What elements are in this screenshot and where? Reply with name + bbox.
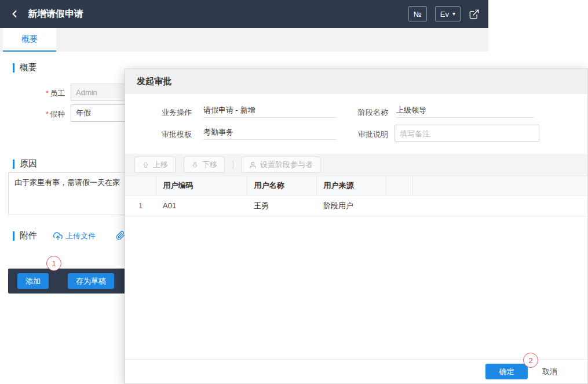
business-op-label: 业务操作 <box>162 107 192 118</box>
back-icon <box>9 8 20 20</box>
upload-file-label: 上传文件 <box>65 231 96 241</box>
annotation-step-2: 2 <box>523 353 538 368</box>
add-button[interactable]: 添加 <box>17 273 49 289</box>
template-label: 审批模板 <box>162 129 192 140</box>
tab-bar: 概要 <box>0 28 488 52</box>
arrow-up-icon <box>142 161 149 169</box>
cell-user-name: 王勇 <box>247 195 316 216</box>
external-link-icon <box>469 9 480 20</box>
initiate-approval-modal: 发起审批 业务操作 请假申请 - 新增 阶段名称 上级领导 审批模板 考勤事务 … <box>125 68 588 384</box>
person-icon <box>249 161 257 169</box>
cancel-button[interactable]: 取消 <box>542 367 557 377</box>
cell-blank <box>412 195 587 216</box>
row-index: 1 <box>125 195 156 216</box>
section-title-reason: 原因 <box>13 158 37 169</box>
top-header: 新增请假申请 № Ev ▾ <box>0 0 488 28</box>
required-marker: * <box>46 110 49 118</box>
tab-summary[interactable]: 概要 <box>3 28 56 52</box>
set-participants-label: 设置阶段参与者 <box>260 160 313 170</box>
col-header-index <box>125 176 156 195</box>
note-input[interactable] <box>395 125 539 142</box>
template-value[interactable]: 考勤事务 <box>203 125 337 140</box>
modal-toolbar: 上移 下移 设置阶段参与者 <box>125 154 587 176</box>
save-draft-button[interactable]: 存为草稿 <box>68 273 114 289</box>
note-label: 审批说明 <box>358 129 388 140</box>
ev-dropdown[interactable]: Ev ▾ <box>435 6 461 21</box>
cell-blank <box>386 195 412 216</box>
table-header-row: 用户编码 用户名称 用户来源 <box>125 176 587 195</box>
set-participants-button[interactable]: 设置阶段参与者 <box>242 157 320 173</box>
move-down-label: 下移 <box>202 160 217 170</box>
upload-file-link[interactable]: 上传文件 <box>53 231 96 241</box>
ev-dropdown-label: Ev <box>440 10 449 19</box>
page-title: 新增请假申请 <box>28 8 83 20</box>
move-up-button[interactable]: 上移 <box>134 157 176 173</box>
table-row[interactable]: 1 A01 王勇 阶段用户 <box>125 195 587 216</box>
required-marker: * <box>46 89 49 97</box>
numero-button[interactable]: № <box>408 6 427 21</box>
annotation-step-1: 1 <box>46 256 61 271</box>
stage-name-label: 阶段名称 <box>358 107 388 118</box>
modal-footer: 确定 取消 <box>125 359 587 383</box>
chevron-down-icon: ▾ <box>452 11 455 17</box>
leave-type-label: *假种 <box>0 109 65 119</box>
employee-label-text: 员工 <box>50 89 65 97</box>
cell-user-code: A01 <box>156 195 247 216</box>
upload-cloud-icon <box>53 231 63 241</box>
move-up-label: 上移 <box>153 160 168 170</box>
ok-button[interactable]: 确定 <box>485 364 528 379</box>
app-window: 新增请假申请 № Ev ▾ 概要 概要 *员工 *假种 原因 由于家里有事，需请… <box>0 0 588 384</box>
move-down-button[interactable]: 下移 <box>184 157 225 173</box>
col-header-user-name: 用户名称 <box>247 176 316 195</box>
paperclip-icon[interactable] <box>116 231 125 240</box>
section-title-summary: 概要 <box>13 62 37 73</box>
leave-type-label-text: 假种 <box>50 110 65 118</box>
cell-user-source: 阶段用户 <box>316 195 386 216</box>
modal-title: 发起审批 <box>125 69 587 93</box>
toolbar-divider <box>233 161 233 169</box>
employee-label: *员工 <box>0 88 65 99</box>
section-title-attachment: 附件 <box>13 230 37 241</box>
col-header-user-code: 用户编码 <box>156 176 247 195</box>
col-header-user-source: 用户来源 <box>316 176 386 195</box>
col-header-blank <box>386 176 412 195</box>
stage-name-value[interactable]: 上级领导 <box>396 103 534 118</box>
back-button[interactable] <box>6 5 23 23</box>
business-op-value[interactable]: 请假申请 - 新增 <box>203 103 337 118</box>
share-button[interactable] <box>469 9 480 20</box>
header-actions: № Ev ▾ <box>408 0 480 28</box>
arrow-down-icon <box>191 161 199 169</box>
approval-users-table: 用户编码 用户名称 用户来源 1 A01 王勇 阶段用户 <box>125 176 587 216</box>
col-header-blank <box>412 176 587 195</box>
